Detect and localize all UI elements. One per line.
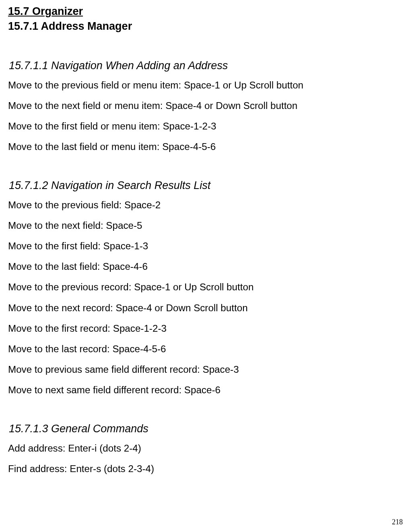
body-text: Find address: Enter-s (dots 2-3-4): [8, 460, 396, 477]
body-text: Move to the first field or menu item: Sp…: [8, 118, 396, 134]
body-text: Move to the next record: Space-4 or Down…: [8, 300, 396, 316]
subheading-section-3: 15.7.1.3 General Commands: [9, 422, 396, 436]
heading-organizer: 15.7 Organizer: [8, 5, 396, 18]
body-text: Move to the last record: Space-4-5-6: [8, 341, 396, 357]
document-page: 15.7 Organizer 15.7.1 Address Manager 15…: [0, 0, 406, 532]
body-text: Move to the previous field or menu item:…: [8, 77, 396, 93]
body-text: Move to the next field: Space-5: [8, 217, 396, 234]
body-text: Move to the first field: Space-1-3: [8, 238, 396, 254]
body-text: Move to the last field: Space-4-6: [8, 258, 396, 275]
body-text: Move to the last field or menu item: Spa…: [8, 138, 396, 155]
body-text: Move to the previous record: Space-1 or …: [8, 279, 396, 295]
heading-address-manager: 15.7.1 Address Manager: [8, 19, 396, 33]
body-text: Move to the next field or menu item: Spa…: [8, 97, 396, 114]
body-text: Add address: Enter-i (dots 2-4): [8, 440, 396, 456]
body-text: Move to previous same field different re…: [8, 361, 396, 378]
subheading-section-2: 15.7.1.2 Navigation in Search Results Li…: [9, 179, 396, 193]
body-text: Move to the previous field: Space-2: [8, 197, 396, 213]
body-text: Move to next same field different record…: [8, 382, 396, 398]
subheading-section-1: 15.7.1.1 Navigation When Adding an Addre…: [9, 59, 396, 73]
body-text: Move to the first record: Space-1-2-3: [8, 320, 396, 337]
page-number: 218: [392, 518, 403, 526]
